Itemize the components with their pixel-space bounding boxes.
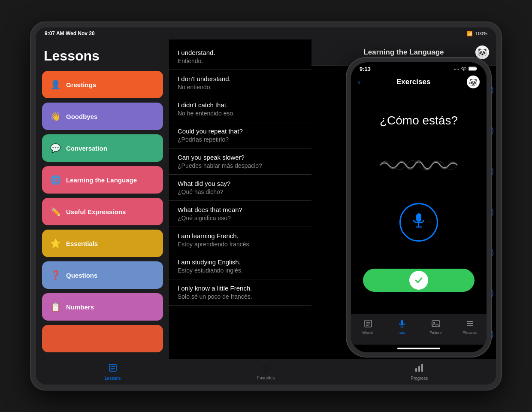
tablet-time: 9:07 AM Wed Nov 20 bbox=[45, 30, 95, 36]
lesson-icon-goodbyes: 👋 bbox=[49, 110, 62, 123]
phrase-spanish: Estoy aprendiendo francés. bbox=[178, 241, 303, 248]
back-button[interactable]: ‹ bbox=[358, 78, 360, 86]
right-panel: Learning the Language 🐼 › › › › › › › bbox=[311, 39, 496, 359]
phrase-item[interactable]: Can you speak slower? ¿Puedes hablar más… bbox=[169, 148, 311, 175]
phrase-item[interactable]: I am studying English. Estoy estudiando … bbox=[169, 253, 311, 279]
phrase-english: I understand. bbox=[178, 49, 303, 56]
lesson-label-learning: Learning the Language bbox=[66, 176, 137, 184]
phrase-english: What did you say? bbox=[178, 180, 303, 187]
lessons-tab-label: Lessons bbox=[105, 376, 121, 381]
phone-status-bar: 9:13 ···· bbox=[351, 62, 487, 74]
lesson-cards-container: 👤 Greetings 👋 Goodbyes 💬 Conversation 🌐 … bbox=[42, 71, 163, 357]
svg-rect-22 bbox=[418, 366, 420, 372]
phrase-english: Can you speak slower? bbox=[178, 154, 303, 161]
phrase-item[interactable]: Could you repeat that? ¿Podrías repetirl… bbox=[169, 122, 311, 148]
phone-main-content: ¿Cómo estás? bbox=[351, 92, 487, 314]
tablet-tab-bar: Lessons ♡ Favorites Progress bbox=[36, 359, 496, 385]
phrase-english: I didn't catch that. bbox=[178, 101, 303, 109]
phone-panda-avatar[interactable]: 🐼 bbox=[467, 76, 480, 88]
phone-signal: ···· bbox=[454, 67, 459, 72]
lesson-card-goodbyes[interactable]: 👋 Goodbyes bbox=[42, 103, 163, 130]
phrase-item[interactable]: I only know a little French. Solo sé un … bbox=[169, 279, 311, 306]
check-button[interactable] bbox=[363, 269, 475, 292]
phrase-english: Could you repeat that? bbox=[178, 127, 303, 135]
lesson-card-greetings[interactable]: 👤 Greetings bbox=[42, 71, 163, 98]
right-content: › › › › › › › bbox=[311, 66, 496, 359]
tablet-status-right: 📶 100% bbox=[467, 31, 487, 36]
exercise-question: ¿Cómo estás? bbox=[380, 114, 458, 127]
waveform-display bbox=[376, 154, 462, 176]
lesson-icon-essentials: ⭐ bbox=[49, 237, 62, 250]
say-tab-icon bbox=[398, 319, 406, 330]
lesson-icon-questions: ❓ bbox=[49, 269, 62, 282]
words-tab-label: Words bbox=[363, 330, 374, 335]
lesson-card-more[interactable] bbox=[42, 325, 163, 352]
phone-tab-phrases[interactable]: Phrases bbox=[453, 314, 487, 340]
svg-rect-2 bbox=[416, 213, 421, 222]
picture-tab-icon bbox=[432, 320, 440, 330]
phrase-item[interactable]: What did you say? ¿Qué has dicho? bbox=[169, 175, 311, 201]
phrase-item[interactable]: I understand. Entiendo. bbox=[169, 44, 311, 70]
phrase-spanish: ¿Puedes hablar más despacio? bbox=[178, 162, 303, 169]
lesson-card-questions[interactable]: ❓ Questions bbox=[42, 261, 163, 289]
lesson-label-goodbyes: Goodbyes bbox=[66, 113, 97, 120]
check-icon bbox=[409, 271, 428, 290]
sidebar: Lessons 👤 Greetings 👋 Goodbyes 💬 Convers… bbox=[36, 39, 169, 359]
words-tab-icon bbox=[364, 320, 372, 330]
lesson-card-numbers[interactable]: 📋 Numbers bbox=[42, 293, 163, 321]
svg-rect-23 bbox=[421, 364, 423, 372]
phrase-spanish: ¿Podrías repetirlo? bbox=[178, 136, 303, 143]
phone-tab-bar: Words bbox=[351, 314, 487, 345]
tab-favorites[interactable]: ♡ Favorites bbox=[189, 359, 342, 385]
phone-outer: 9:13 ···· bbox=[346, 57, 492, 357]
lesson-card-learning[interactable]: 🌐 Learning the Language bbox=[42, 166, 163, 194]
lesson-label-numbers: Numbers bbox=[66, 303, 94, 311]
phrase-spanish: ¿Qué significa eso? bbox=[178, 215, 303, 221]
phone-status-right: ···· bbox=[454, 66, 478, 72]
favorites-tab-label: Favorites bbox=[257, 376, 275, 380]
lesson-label-essentials: Essentials bbox=[66, 240, 98, 247]
phone-screen: 9:13 ···· bbox=[351, 62, 487, 352]
tablet-screen: 9:07 AM Wed Nov 20 📶 100% Lessons 👤 Gree… bbox=[36, 27, 496, 385]
microphone-button[interactable] bbox=[399, 203, 438, 242]
progress-tab-label: Progress bbox=[411, 376, 428, 381]
battery-label: 100% bbox=[475, 31, 487, 36]
phone-tab-say[interactable]: Say bbox=[385, 314, 419, 340]
phrases-tab-label: Phrases bbox=[462, 330, 477, 335]
phrase-list: I understand. Entiendo. I don't understa… bbox=[169, 39, 311, 359]
phrase-spanish: Solo sé un poco de francés. bbox=[178, 293, 303, 300]
phone-wifi-icon bbox=[461, 66, 467, 72]
lesson-card-conversation[interactable]: 💬 Conversation bbox=[42, 134, 163, 162]
lesson-icon-more bbox=[49, 332, 62, 345]
sidebar-title: Lessons bbox=[42, 48, 163, 64]
tablet-status-bar: 9:07 AM Wed Nov 20 📶 100% bbox=[36, 27, 496, 39]
phrase-item[interactable]: I didn't catch that. No he entendido eso… bbox=[169, 96, 311, 122]
home-indicator bbox=[397, 348, 440, 349]
svg-rect-21 bbox=[415, 368, 417, 372]
svg-rect-9 bbox=[401, 320, 403, 324]
phrase-item[interactable]: What does that mean? ¿Qué significa eso? bbox=[169, 201, 311, 227]
lesson-label-conversation: Conversation bbox=[66, 145, 107, 152]
picture-tab-label: Picture bbox=[429, 330, 441, 335]
phrase-spanish: No he entendido eso. bbox=[178, 110, 303, 117]
lesson-icon-learning: 🌐 bbox=[49, 173, 62, 186]
phrase-list-items: I understand. Entiendo. I don't understa… bbox=[169, 44, 311, 306]
tab-lessons[interactable]: Lessons bbox=[36, 359, 189, 385]
phrase-item[interactable]: I am learning French. Estoy aprendiendo … bbox=[169, 227, 311, 253]
phrase-english: I don't understand. bbox=[178, 75, 303, 82]
phrase-spanish: Estoy estudiando inglés. bbox=[178, 267, 303, 274]
svg-rect-12 bbox=[432, 321, 440, 327]
phrase-spanish: ¿Qué has dicho? bbox=[178, 188, 303, 195]
lesson-icon-expressions: ✏️ bbox=[49, 205, 62, 218]
phone-nav-title: Exercises bbox=[396, 78, 430, 86]
lesson-icon-greetings: 👤 bbox=[49, 78, 62, 91]
phrase-english: I am learning French. bbox=[178, 232, 303, 239]
tab-progress[interactable]: Progress bbox=[343, 359, 496, 385]
lesson-label-greetings: Greetings bbox=[66, 81, 96, 88]
lesson-card-essentials[interactable]: ⭐ Essentials bbox=[42, 230, 163, 257]
tablet-device: 9:07 AM Wed Nov 20 📶 100% Lessons 👤 Gree… bbox=[30, 21, 502, 391]
lesson-card-expressions[interactable]: ✏️ Useful Expressions bbox=[42, 198, 163, 225]
phrase-item[interactable]: I don't understand. No entiendo. bbox=[169, 70, 311, 96]
phone-tab-picture[interactable]: Picture bbox=[419, 314, 453, 340]
phone-tab-words[interactable]: Words bbox=[351, 314, 385, 340]
